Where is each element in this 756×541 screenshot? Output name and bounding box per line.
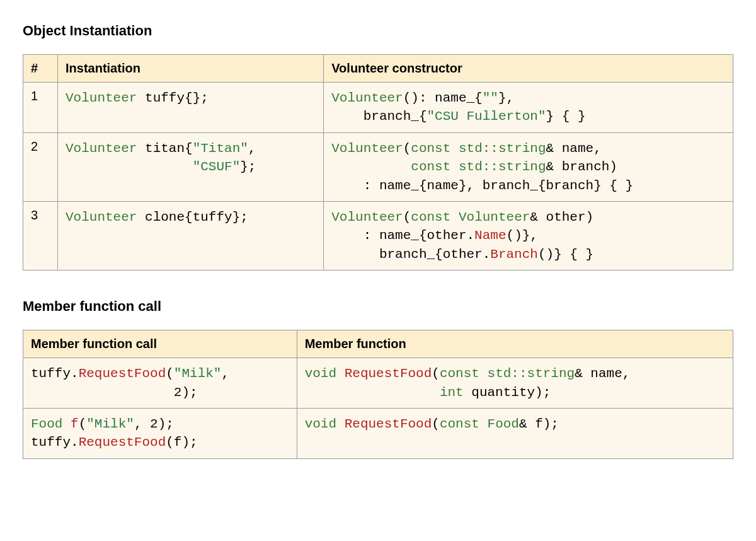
table-row: tuffy.RequestFood("Milk", 2);void Reques…: [23, 358, 733, 409]
decl-cell: void RequestFood(const std::string& name…: [297, 358, 733, 409]
col-header-instantiation: Instantiation: [58, 55, 324, 83]
member-call-table: Member function call Member function tuf…: [23, 330, 733, 459]
table-row: 1Volunteer tuffy{};Volunteer(): name_{""…: [23, 83, 733, 133]
table-row: 3Volunteer clone{tuffy};Volunteer(const …: [23, 201, 733, 270]
instantiation-cell: Volunteer tuffy{};: [58, 83, 324, 133]
decl-cell: void RequestFood(const Food& f);: [297, 408, 733, 458]
instantiation-cell: Volunteer titan{"Titan", "CSUF"};: [58, 132, 324, 201]
col-header-call: Member function call: [23, 330, 297, 358]
row-number: 3: [23, 201, 58, 270]
row-number: 1: [23, 83, 58, 133]
col-header-decl: Member function: [297, 330, 733, 358]
section-title-instantiation: Object Instantiation: [23, 23, 733, 39]
constructor-cell: Volunteer(const Volunteer& other) : name…: [324, 201, 733, 270]
table-row: 2Volunteer titan{"Titan", "CSUF"};Volunt…: [23, 132, 733, 201]
col-header-constructor: Volunteer constructor: [324, 55, 733, 83]
constructor-cell: Volunteer(): name_{""}, branch_{"CSU Ful…: [324, 83, 733, 133]
call-cell: tuffy.RequestFood("Milk", 2);: [23, 358, 297, 409]
table-row: Food f("Milk", 2); tuffy.RequestFood(f);…: [23, 408, 733, 458]
instantiation-table: # Instantiation Volunteer constructor 1V…: [23, 54, 733, 270]
col-header-num: #: [23, 55, 58, 83]
section-title-member-call: Member function call: [23, 298, 733, 315]
instantiation-cell: Volunteer clone{tuffy};: [58, 201, 324, 270]
row-number: 2: [23, 132, 58, 201]
constructor-cell: Volunteer(const std::string& name, const…: [324, 132, 733, 201]
call-cell: Food f("Milk", 2); tuffy.RequestFood(f);: [23, 408, 297, 458]
